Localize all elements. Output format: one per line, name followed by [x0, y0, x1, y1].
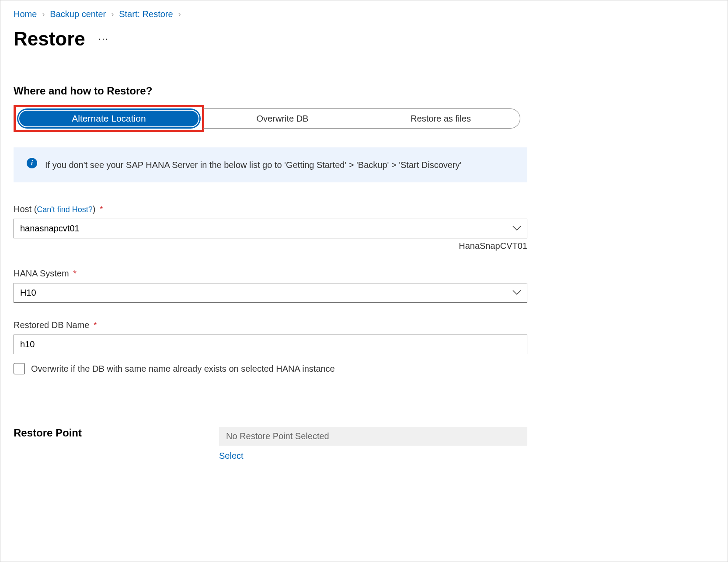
- hana-system-select[interactable]: [14, 283, 527, 303]
- breadcrumb: Home › Backup center › Start: Restore ›: [14, 9, 714, 19]
- pill-alternate-location[interactable]: Alternate Location: [17, 108, 201, 129]
- breadcrumb-backup-center[interactable]: Backup center: [50, 9, 106, 19]
- info-text: If you don't see your SAP HANA Server in…: [45, 158, 461, 172]
- host-label: Host (Can't find Host?) *: [14, 204, 527, 214]
- restore-point-select-link[interactable]: Select: [219, 451, 244, 461]
- highlight-annotation: Alternate Location: [14, 105, 204, 132]
- pill-overwrite-db[interactable]: Overwrite DB: [203, 109, 362, 128]
- pill-restore-as-files[interactable]: Restore as files: [362, 109, 520, 128]
- host-select[interactable]: [14, 219, 527, 238]
- info-icon: i: [27, 158, 37, 168]
- chevron-right-icon: ›: [42, 10, 45, 19]
- chevron-right-icon: ›: [111, 10, 114, 19]
- restored-db-input[interactable]: [14, 335, 527, 354]
- restored-db-label: Restored DB Name *: [14, 320, 527, 330]
- more-actions-icon[interactable]: ···: [98, 34, 109, 44]
- section-heading-restore-mode: Where and how to Restore?: [14, 85, 714, 97]
- page-title: Restore: [14, 28, 85, 50]
- hana-system-label: HANA System *: [14, 269, 527, 279]
- breadcrumb-start-restore[interactable]: Start: Restore: [119, 9, 173, 19]
- host-display-name: HanaSnapCVT01: [14, 241, 527, 251]
- cant-find-host-link[interactable]: Can't find Host?: [37, 205, 93, 214]
- restore-point-label: Restore Point: [14, 427, 219, 461]
- chevron-right-icon: ›: [178, 10, 181, 19]
- restore-point-status: No Restore Point Selected: [219, 427, 527, 446]
- breadcrumb-home[interactable]: Home: [14, 9, 37, 19]
- overwrite-checkbox-label: Overwrite if the DB with same name alrea…: [31, 364, 335, 374]
- overwrite-checkbox[interactable]: [14, 363, 25, 374]
- info-box: i If you don't see your SAP HANA Server …: [14, 147, 527, 182]
